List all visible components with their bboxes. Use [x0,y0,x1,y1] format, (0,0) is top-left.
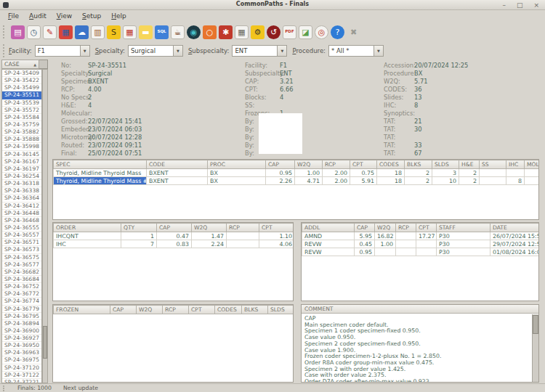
cell[interactable]: REVW [302,248,355,256]
column-header[interactable]: SPEC [54,160,147,169]
case-item[interactable]: SP-24-35759 [2,121,41,128]
case-item[interactable]: SP-24-36254 [2,173,41,180]
cell[interactable] [525,177,540,185]
case-item[interactable]: SP-24-36468 [2,217,41,224]
case-item[interactable]: SP-24-37120 [2,364,41,372]
cell[interactable]: 8 [506,177,525,185]
case-item[interactable]: SP-24-35409 [2,70,41,77]
column-header[interactable]: ORDER [54,224,121,232]
column-header[interactable]: FROZEN [54,306,110,314]
cell[interactable]: 17.27 [416,232,437,240]
filter-combobox[interactable]: ENT ▼ [232,45,287,57]
maximize-button[interactable]: □ [517,0,523,10]
scrollbar-thumb[interactable] [533,315,538,334]
case-item[interactable]: SP-24-36412 [2,203,41,210]
cell[interactable] [525,169,540,177]
column-header[interactable]: PROC [208,160,266,169]
column-header[interactable]: RCP [323,160,350,169]
cell[interactable]: 2.00 [323,177,350,185]
chevron-down-icon[interactable]: ▼ [374,46,383,56]
case-item[interactable]: SP-24-35499 [2,84,41,91]
cell[interactable] [396,232,416,240]
case-item[interactable]: SP-24-35422 [2,77,41,84]
case-item[interactable]: SP-24-36448 [2,210,41,217]
cell[interactable]: 0.95 [355,248,375,256]
column-header[interactable]: BLKS [405,160,432,169]
cell[interactable] [416,240,437,248]
comment-scrollbar[interactable] [532,314,538,382]
case-item[interactable]: SP-24-36900 [2,327,41,335]
column-header[interactable]: CPT [189,306,215,314]
cell[interactable]: AMND [302,232,355,240]
chevron-down-icon[interactable]: ▼ [173,46,182,56]
column-header[interactable]: MOL [525,160,540,169]
cloud-icon[interactable]: ☁ [75,25,89,39]
column-header[interactable]: ADDL [302,224,355,232]
cell[interactable]: 1.00 [375,240,396,248]
menu-item[interactable]: View [52,12,77,20]
cell[interactable]: 2 [405,177,432,185]
report-chart-icon[interactable]: ▥ [91,25,105,39]
case-item[interactable]: SP-24-36963 [2,349,41,356]
cell[interactable] [396,240,416,248]
column-header[interactable]: CAP [266,160,295,169]
cell[interactable] [375,248,396,256]
case-item[interactable]: SP-24-35584 [2,114,41,121]
cell[interactable] [396,248,416,256]
virus-icon[interactable]: ✱ [219,25,233,39]
case-item[interactable]: SP-24-36364 [2,195,41,202]
calculator-grid-icon[interactable]: ▦ [235,25,249,39]
cell[interactable]: P30 [437,240,490,248]
filterbar-handle[interactable] [3,44,6,57]
photos-icon[interactable]: ○ [203,25,217,39]
menu-item[interactable]: Setup [77,12,106,20]
cell[interactable]: 2.00 [323,169,350,177]
cell[interactable]: BXENT [147,169,208,177]
case-item[interactable]: SP-24-36927 [2,335,41,342]
column-header[interactable]: CODES [215,306,242,314]
cell[interactable]: 0.75 [350,169,377,177]
column-header[interactable]: SLDS [432,160,459,169]
database-doc-icon[interactable]: ▤ [11,25,25,39]
cell[interactable]: 1.10 [259,232,294,240]
cell[interactable]: 18 [377,177,405,185]
column-header[interactable]: RCP [163,306,189,314]
addl-row[interactable]: REVW 0.45 1.00 P30 29/07/2024 12:59 [302,240,540,248]
minimize-button[interactable]: – [502,0,506,10]
column-header[interactable]: W2Q [375,224,396,232]
pdf-icon[interactable]: PDF [283,25,296,39]
cell[interactable]: BX [208,169,266,177]
case-item[interactable]: SP-24-35511 [2,91,41,99]
case-item[interactable]: SP-24-36145 [2,151,41,158]
cell[interactable]: 5.91 [350,177,377,185]
column-header[interactable]: CODE [147,160,208,169]
cell[interactable]: Thyroid, Midline Thyroid Mass #2 [54,177,147,185]
cell[interactable]: P30 [437,232,490,240]
filter-combobox[interactable]: F1 ▼ [35,45,90,57]
cell[interactable] [227,240,259,248]
column-header[interactable]: H&E [459,160,480,169]
order-row[interactable]: IHCQNT 1 0.47 1.47 1.10 [54,232,294,240]
cell[interactable]: 2 [459,177,480,185]
case-column-header[interactable]: CASE ▲ [1,60,39,69]
filter-combobox[interactable]: Surgical ▼ [128,45,183,57]
cell[interactable]: 10 [432,177,459,185]
column-header[interactable]: CPT [259,224,294,232]
case-item[interactable]: SP-24-36575 [2,254,41,261]
gear-icon[interactable]: ⚙ [251,25,265,39]
help-icon[interactable]: ? [331,25,344,39]
calendar-icon[interactable]: ▦ [123,25,137,39]
column-header[interactable]: W2Q [137,306,163,314]
menu-item[interactable]: File [3,12,24,20]
case-item[interactable]: SP-24-36772 [2,290,41,298]
case-item[interactable]: SP-24-35882 [2,128,41,136]
cell[interactable]: 7 [121,240,157,248]
cell[interactable]: 18 [377,169,405,177]
column-header[interactable]: QTY [121,224,157,232]
cell[interactable]: 3 [432,169,459,177]
cell[interactable] [227,232,259,240]
column-header[interactable]: IHC [506,160,525,169]
camera-icon[interactable]: ◉ [187,25,201,39]
cell[interactable]: 1 [121,232,157,240]
cell[interactable]: 2.26 [266,177,295,185]
